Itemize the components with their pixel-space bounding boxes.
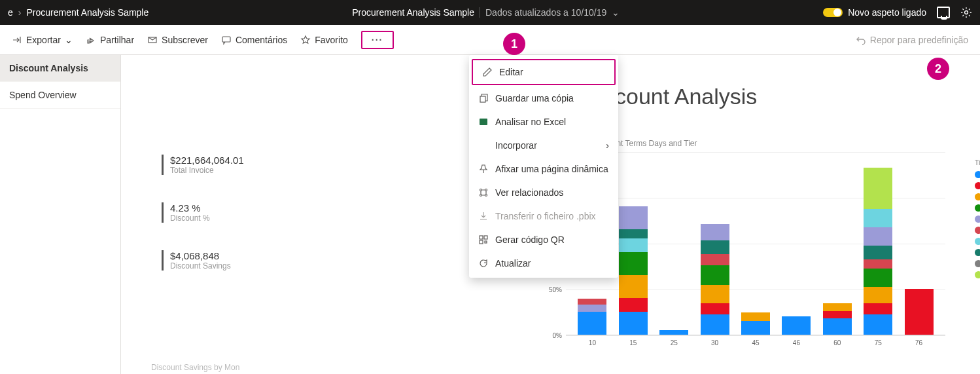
legend-item-tier-2[interactable]: 2 bbox=[975, 181, 980, 189]
kpi-total-invoice: $221,664,064.01 Total Invoice bbox=[162, 155, 244, 175]
bar-segment-tier-1 bbox=[823, 318, 852, 335]
more-options-button[interactable]: ··· bbox=[361, 31, 394, 49]
download-icon bbox=[478, 211, 489, 221]
x-axis-tick: 46 bbox=[782, 339, 811, 346]
menu-item-save-copy[interactable]: Guardar uma cópia bbox=[469, 86, 618, 110]
legend-item-tier-9[interactable]: 9 bbox=[975, 259, 980, 267]
legend-item-tier-7[interactable]: 7 bbox=[975, 237, 980, 245]
svg-rect-2 bbox=[222, 37, 230, 42]
legend-item-tier-3[interactable]: 3 bbox=[975, 193, 980, 200]
toolbar: Exportar ⌄ Partilhar Subscrever Comentár… bbox=[0, 25, 980, 55]
bar-segment-tier-6 bbox=[864, 259, 892, 269]
chart-bar[interactable] bbox=[864, 168, 892, 335]
legend-swatch bbox=[975, 171, 980, 178]
legend-item-tier-6[interactable]: 6 bbox=[975, 226, 980, 234]
x-axis-tick: 45 bbox=[741, 339, 770, 346]
x-axis-tick: 76 bbox=[905, 339, 934, 346]
legend-item-tier-4[interactable]: 4 bbox=[975, 204, 980, 212]
favorite-button[interactable]: Favorito bbox=[300, 35, 348, 45]
legend-item-tier-1[interactable]: 1 bbox=[975, 170, 980, 178]
chart-bar[interactable] bbox=[823, 303, 852, 335]
more-options-menu: 2 Editar Guardar uma cópia Analisar no E… bbox=[469, 55, 618, 278]
chart-bar[interactable] bbox=[619, 206, 648, 335]
svg-rect-9 bbox=[480, 236, 483, 239]
bar-segment-tier-2 bbox=[619, 298, 648, 312]
chevron-right-icon: › bbox=[606, 140, 609, 151]
sidebar-item-spend-overview[interactable]: Spend Overview bbox=[0, 82, 120, 109]
bar-segment-tier-6 bbox=[578, 299, 606, 304]
bar-segment-tier-5 bbox=[864, 227, 892, 246]
kpi-label: Discount % bbox=[170, 214, 244, 223]
comment-icon bbox=[221, 35, 232, 45]
bar-segment-tier-2 bbox=[701, 303, 729, 314]
kpi-label: Total Invoice bbox=[170, 166, 244, 175]
bar-segment-tier-3 bbox=[864, 287, 892, 303]
kpi-value: 4.23 % bbox=[170, 202, 244, 214]
x-axis-tick: 75 bbox=[864, 339, 892, 346]
header-subtitle[interactable]: Dados atualizados a 10/10/19 ⌄ bbox=[480, 7, 620, 18]
bar-segment-tier-3 bbox=[823, 303, 852, 310]
look-toggle[interactable]: Novo aspeto ligado bbox=[823, 7, 926, 18]
savings-chart-title: Discount Savings by Mon bbox=[151, 363, 239, 372]
pencil-icon bbox=[482, 67, 493, 77]
copy-icon bbox=[478, 93, 489, 103]
x-axis-tick: 60 bbox=[823, 339, 852, 346]
breadcrumb-current[interactable]: Procurement Analysis Sample bbox=[26, 7, 149, 18]
chart-bar[interactable] bbox=[782, 316, 811, 335]
sidebar-item-discount-analysis[interactable]: Discount Analysis bbox=[0, 55, 120, 82]
menu-item-view-related[interactable]: Ver relacionados bbox=[469, 181, 618, 204]
bar-segment-tier-8 bbox=[619, 229, 648, 238]
mail-icon bbox=[147, 35, 158, 45]
kpi-value: $221,664,064.01 bbox=[170, 155, 244, 166]
legend-swatch bbox=[975, 227, 980, 234]
x-axis-tick: 15 bbox=[619, 339, 648, 346]
bar-segment-tier-5 bbox=[701, 224, 729, 240]
bar-segment-tier-1 bbox=[741, 321, 770, 335]
chart-bar[interactable] bbox=[659, 330, 688, 335]
annotation-badge-1: 1 bbox=[503, 33, 525, 55]
kpi-discount-pct: 4.23 % Discount % bbox=[162, 202, 244, 223]
share-button[interactable]: Partilhar bbox=[86, 35, 134, 45]
comments-button[interactable]: Comentários bbox=[221, 35, 287, 45]
chart-bar[interactable] bbox=[578, 299, 606, 335]
menu-item-analyze-excel[interactable]: Analisar no Excel bbox=[469, 110, 618, 134]
chart-bar[interactable] bbox=[741, 312, 770, 335]
svg-rect-11 bbox=[480, 240, 483, 244]
menu-item-qr-code[interactable]: Gerar código QR bbox=[469, 228, 618, 252]
undo-icon bbox=[856, 35, 866, 45]
legend-swatch bbox=[975, 249, 980, 256]
legend-item-tier-8[interactable]: 8 bbox=[975, 248, 980, 256]
bar-segment-tier-8 bbox=[864, 246, 892, 259]
bar-segment-tier-2 bbox=[905, 289, 934, 335]
legend-item-tier-5[interactable]: 5 bbox=[975, 215, 980, 223]
legend-item-tier-10[interactable]: 10 bbox=[975, 271, 980, 278]
chevron-right-icon: › bbox=[18, 7, 22, 18]
bar-segment-tier-4 bbox=[701, 265, 729, 286]
refresh-icon bbox=[478, 258, 489, 269]
chart-legend: Tier 12345678910 bbox=[975, 159, 980, 282]
qr-icon bbox=[478, 234, 489, 245]
bar-segment-tier-4 bbox=[619, 252, 648, 275]
menu-item-refresh[interactable]: Atualizar bbox=[469, 252, 618, 275]
subscribe-button[interactable]: Subscrever bbox=[147, 35, 208, 45]
header-title-group: Procurement Analysis Sample Dados atuali… bbox=[149, 7, 823, 18]
menu-item-pin-live[interactable]: Afixar uma página dinâmica bbox=[469, 157, 618, 181]
bar-segment-tier-1 bbox=[864, 314, 892, 335]
bar-segment-tier-4 bbox=[864, 269, 892, 287]
breadcrumb: e › Procurement Analysis Sample bbox=[8, 7, 149, 18]
reset-button[interactable]: Repor para predefinição bbox=[856, 35, 968, 45]
svg-rect-12 bbox=[485, 241, 487, 243]
chart-bar[interactable] bbox=[905, 289, 934, 335]
export-button[interactable]: Exportar ⌄ bbox=[12, 35, 73, 45]
settings-icon[interactable] bbox=[960, 7, 972, 18]
page-title: count Analysis bbox=[615, 84, 757, 109]
feedback-icon[interactable] bbox=[937, 7, 950, 18]
chart-bar[interactable] bbox=[701, 224, 729, 335]
bar-segment-tier-2 bbox=[864, 303, 892, 314]
menu-item-edit[interactable]: Editar bbox=[472, 59, 616, 85]
legend-swatch bbox=[975, 182, 980, 189]
menu-item-embed[interactable]: Incorporar › bbox=[469, 134, 618, 157]
top-bar: e › Procurement Analysis Sample Procurem… bbox=[0, 0, 980, 25]
report-canvas: 1 count Analysis $221,664,064.01 Total I… bbox=[121, 55, 980, 374]
ellipsis-icon: ··· bbox=[372, 35, 383, 45]
